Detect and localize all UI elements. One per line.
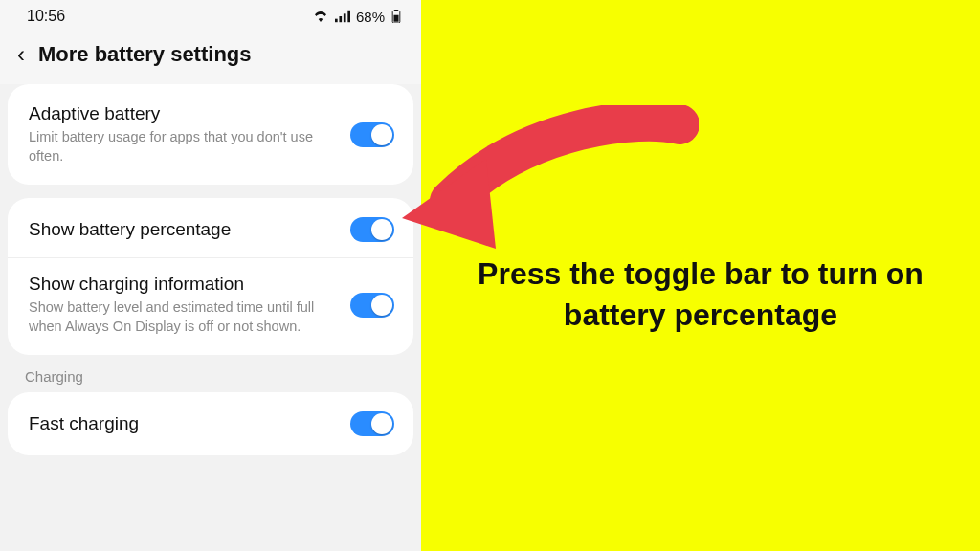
annotation-panel: Press the toggle bar to turn on battery … [421, 0, 980, 551]
settings-group-2: Show battery percentage Show charging in… [8, 198, 413, 355]
show-battery-percentage-label: Show battery percentage [29, 219, 339, 240]
page-header: ‹ More battery settings [0, 31, 421, 84]
svg-rect-6 [393, 15, 398, 22]
svg-rect-1 [339, 16, 342, 22]
adaptive-battery-sub: Limit battery usage for apps that you do… [29, 128, 339, 165]
status-battery-percent: 68% [356, 9, 385, 25]
battery-icon [390, 10, 402, 23]
show-charging-info-toggle[interactable] [350, 293, 394, 318]
back-icon[interactable]: ‹ [17, 43, 25, 66]
row-show-battery-percentage[interactable]: Show battery percentage [8, 202, 413, 257]
row-show-charging-info[interactable]: Show charging information Show battery l… [8, 257, 413, 351]
show-battery-percentage-toggle[interactable] [350, 217, 394, 242]
annotation-text: Press the toggle bar to turn on battery … [421, 253, 980, 336]
svg-rect-2 [344, 13, 346, 22]
adaptive-battery-toggle[interactable] [350, 122, 394, 147]
status-time: 10:56 [27, 8, 65, 25]
show-charging-info-sub: Show battery level and estimated time un… [29, 298, 339, 336]
status-icons: 68% [312, 9, 402, 25]
svg-rect-3 [347, 11, 350, 22]
annotation-arrow [392, 105, 699, 277]
settings-group-1: Adaptive battery Limit battery usage for… [8, 84, 413, 185]
phone-screenshot: 10:56 68% ‹ More battery settings Adapti… [0, 0, 421, 551]
signal-icon [335, 10, 350, 23]
charging-section-label: Charging [0, 368, 421, 392]
status-bar: 10:56 68% [0, 0, 421, 31]
show-charging-info-label: Show charging information [29, 274, 339, 295]
fast-charging-label: Fast charging [29, 413, 339, 434]
row-fast-charging[interactable]: Fast charging [8, 396, 413, 452]
svg-rect-0 [335, 19, 338, 23]
settings-group-charging: Fast charging [8, 392, 413, 455]
fast-charging-toggle[interactable] [350, 411, 394, 436]
row-adaptive-battery[interactable]: Adaptive battery Limit battery usage for… [8, 88, 413, 181]
adaptive-battery-label: Adaptive battery [29, 103, 339, 124]
wifi-icon [312, 10, 329, 23]
page-title: More battery settings [38, 42, 252, 67]
